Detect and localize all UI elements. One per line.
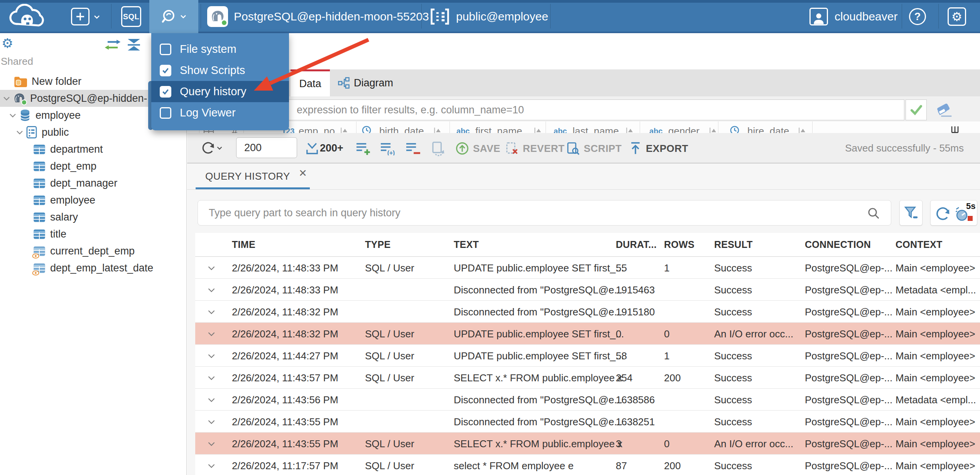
refresh-history-button[interactable] (935, 206, 951, 221)
add-row-icon (355, 141, 372, 155)
cell-result: Success (714, 350, 752, 362)
fetch-more-label[interactable]: 200+ (320, 142, 343, 154)
table-row-error[interactable]: 2/26/2024, 11:48:32 PM SQL / User UPDATE… (195, 323, 980, 345)
table-row[interactable]: 2/26/2024, 11:48:33 PM Disconnected from… (195, 279, 980, 301)
checkbox-checked[interactable] (160, 86, 171, 98)
table-row[interactable]: 2/26/2024, 11:43:55 PM Disconnected from… (195, 411, 980, 433)
column-header-first-name[interactable]: first_name (475, 125, 522, 133)
row-expand-chevron[interactable] (206, 307, 217, 317)
new-connection-button[interactable] (71, 8, 90, 25)
script-button[interactable]: SCRIPT (566, 141, 622, 155)
query-history-tab[interactable]: QUERY HISTORY (205, 170, 290, 182)
table-row[interactable]: 2/26/2024, 11:43:57 PM SQL / User SELECT… (195, 367, 980, 389)
sort-icon[interactable] (433, 126, 442, 133)
cloudbeaver-logo[interactable] (6, 0, 49, 33)
filter-expression-input[interactable]: expression to filter results, e.g. colum… (190, 99, 904, 120)
sql-editor-button[interactable]: SQL (121, 6, 141, 27)
tree-item-table[interactable]: salary (0, 209, 187, 226)
column-header-rows[interactable]: ROWS (664, 239, 694, 250)
table-row[interactable]: 2/26/2024, 11:44:27 PM SQL / User UPDATE… (195, 345, 980, 367)
row-expand-chevron[interactable] (206, 372, 217, 383)
tree-item-view[interactable]: dept_emp_latest_date (0, 259, 187, 276)
row-expand-chevron[interactable] (206, 394, 217, 405)
row-expand-chevron[interactable] (206, 438, 217, 449)
row-expand-chevron[interactable] (206, 350, 217, 361)
add-row-button[interactable] (355, 141, 372, 155)
row-expand-chevron[interactable] (206, 328, 217, 339)
user-menu[interactable]: cloudbeaver (835, 0, 897, 33)
row-expand-chevron[interactable] (206, 416, 217, 427)
table-row[interactable]: 2/26/2024, 11:17:57 PM SQL / User select… (195, 455, 980, 475)
help-button[interactable]: ? (909, 8, 926, 25)
row-limit-input[interactable] (236, 137, 297, 158)
row-expand-chevron[interactable] (206, 285, 217, 295)
column-header-last-name[interactable]: last_name (573, 125, 619, 133)
chevron-down-icon[interactable] (15, 128, 25, 137)
fetch-more-button[interactable] (305, 141, 319, 155)
table-row-error[interactable]: 2/26/2024, 11:43:55 PM SQL / User SELECT… (195, 433, 980, 455)
query-history-search-input[interactable] (198, 200, 891, 226)
column-header-type[interactable]: TYPE (365, 239, 391, 250)
refresh-button[interactable] (201, 141, 223, 155)
grid-settings-icon[interactable] (950, 125, 960, 133)
row-expand-chevron[interactable] (206, 460, 217, 471)
column-header-context[interactable]: CONTEXT (896, 239, 980, 250)
column-header-time[interactable]: TIME (232, 239, 255, 250)
sort-icon[interactable] (625, 126, 634, 133)
eye-icon (32, 270, 39, 276)
apply-filter-button[interactable] (906, 99, 927, 120)
sort-icon[interactable] (340, 126, 348, 133)
column-header-birth-date[interactable]: birth_date (379, 125, 424, 133)
chevron-down-icon[interactable] (2, 94, 12, 103)
clear-filter-button[interactable] (935, 102, 953, 118)
row-expand-chevron[interactable] (206, 263, 217, 273)
export-button[interactable]: EXPORT (629, 141, 688, 155)
chevron-down-icon[interactable] (93, 13, 101, 21)
settings-button[interactable]: ⚙ (948, 7, 966, 26)
tools-icon (161, 9, 176, 24)
column-header-hire-date[interactable]: hire_date (747, 125, 789, 133)
sort-icon[interactable] (709, 126, 717, 133)
table-row[interactable]: 2/26/2024, 11:43:56 PM Disconnected from… (195, 389, 980, 411)
connection-tab[interactable]: PostgreSQL@ep-hidden-moon-55203 (234, 0, 429, 33)
column-header-result[interactable]: RESULT (714, 239, 753, 250)
sort-icon[interactable] (534, 126, 542, 133)
menu-item-log-viewer[interactable]: Log Viewer (151, 102, 289, 123)
collapse-all-icon[interactable] (127, 38, 141, 52)
tree-item-table[interactable]: department (0, 141, 187, 158)
tree-item-table[interactable]: title (0, 226, 187, 243)
revert-button[interactable]: REVERT (505, 141, 564, 155)
chevron-down-icon[interactable] (8, 111, 18, 120)
checkbox-unchecked[interactable] (160, 44, 171, 55)
copy-resultset-button[interactable] (430, 141, 445, 156)
table-row[interactable]: 2/26/2024, 11:48:33 PM SQL / User UPDATE… (195, 257, 980, 279)
delete-row-button[interactable] (405, 141, 421, 155)
tree-item-table[interactable]: employee (0, 192, 187, 209)
column-header-gender[interactable]: gender (668, 125, 700, 133)
column-header-connection[interactable]: CONNECTION (805, 239, 871, 250)
schema-list-icon (430, 8, 450, 25)
user-avatar[interactable] (809, 8, 828, 25)
column-header-duration[interactable]: DURAT... (616, 239, 657, 250)
tree-item-table[interactable]: dept_manager (0, 175, 187, 192)
sync-connection-icon[interactable] (104, 39, 121, 51)
duplicate-row-button[interactable]: (+) (380, 141, 396, 155)
save-button[interactable]: SAVE (455, 141, 500, 155)
tree-item-view[interactable]: current_dept_emp (0, 243, 187, 259)
chevron-down-icon (179, 12, 188, 21)
tree-item-table[interactable]: dept_emp (0, 158, 187, 175)
filter-button[interactable] (899, 200, 923, 226)
connection-status-dot (221, 19, 228, 26)
table-row[interactable]: 2/26/2024, 11:48:32 PM Disconnected from… (195, 301, 980, 323)
schema-selector[interactable]: public@employee (430, 0, 548, 33)
column-header-text[interactable]: TEXT (454, 239, 479, 250)
divider (902, 4, 902, 29)
close-icon[interactable]: ✕ (299, 167, 307, 179)
checkbox-checked[interactable] (160, 65, 171, 76)
divider (550, 4, 551, 29)
checkbox-unchecked[interactable] (160, 107, 171, 119)
sort-icon[interactable] (798, 126, 806, 133)
sidebar-settings-gear-icon[interactable]: ⚙ (2, 35, 13, 51)
column-header-emp-no[interactable]: emp_no (299, 125, 335, 133)
tools-menu-button[interactable] (149, 0, 198, 33)
